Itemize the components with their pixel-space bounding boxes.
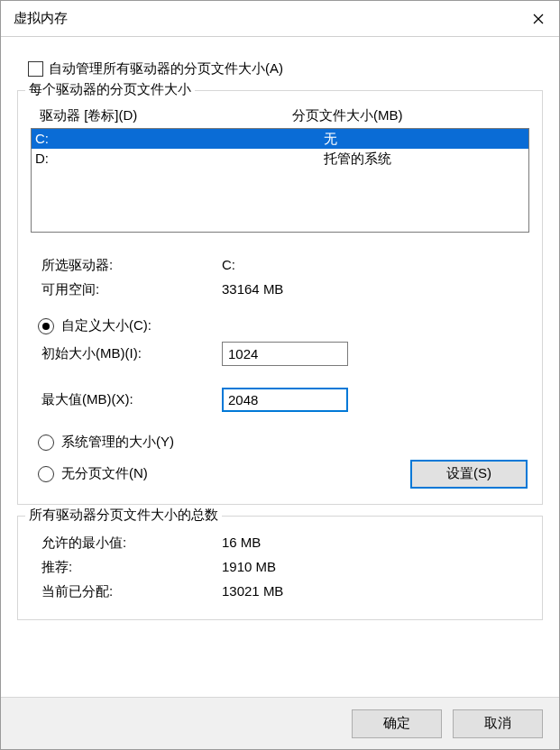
drive-cell: D: (35, 149, 324, 169)
drive-cell: C: (35, 129, 324, 149)
radio-system-managed[interactable]: 系统管理的大小(Y) (38, 434, 529, 451)
page-cell: 托管的系统 (324, 149, 528, 169)
rec-label: 推荐: (41, 556, 222, 578)
free-space-value: 33164 MB (222, 279, 283, 300)
min-label: 允许的最小值: (41, 532, 222, 553)
close-icon (533, 14, 544, 24)
drive-row[interactable]: C: 无 (32, 129, 528, 149)
cur-value: 13021 MB (222, 581, 283, 602)
radio-icon (38, 466, 54, 482)
per-drive-group: 每个驱动器的分页文件大小 驱动器 [卷标](D) 分页文件大小(MB) C: 无… (17, 90, 543, 505)
totals-group: 所有驱动器分页文件大小的总数 允许的最小值: 16 MB 推荐: 1910 MB… (17, 516, 543, 620)
virtual-memory-dialog: 虚拟内存 自动管理所有驱动器的分页文件大小(A) 每个驱动器的分页文件大小 驱动… (0, 0, 560, 750)
auto-manage-label: 自动管理所有驱动器的分页文件大小(A) (49, 60, 283, 78)
close-button[interactable] (518, 1, 559, 37)
per-drive-legend: 每个驱动器的分页文件大小 (25, 81, 195, 98)
set-button[interactable]: 设置(S) (410, 460, 528, 489)
radio-custom-size[interactable]: 自定义大小(C): (38, 317, 529, 334)
auto-manage-checkbox[interactable]: 自动管理所有驱动器的分页文件大小(A) (28, 60, 543, 78)
max-size-row: 最大值(MB)(X): (41, 388, 529, 412)
free-space-label: 可用空间: (41, 279, 222, 300)
initial-size-label: 初始大小(MB)(I): (41, 345, 222, 362)
max-size-label: 最大值(MB)(X): (41, 391, 222, 408)
drive-row[interactable]: D: 托管的系统 (32, 149, 528, 169)
max-size-input[interactable] (222, 388, 348, 412)
header-drive: 驱动器 [卷标](D) (40, 107, 292, 124)
rec-row: 推荐: 1910 MB (41, 556, 529, 578)
totals-legend: 所有驱动器分页文件大小的总数 (25, 507, 222, 524)
free-space-row: 可用空间: 33164 MB (41, 279, 529, 300)
rec-value: 1910 MB (222, 556, 276, 578)
selected-drive-label: 所选驱动器: (41, 254, 222, 276)
radio-icon (38, 434, 54, 451)
dialog-footer: 确定 取消 (1, 697, 559, 749)
selected-drive-row: 所选驱动器: C: (41, 254, 529, 276)
min-value: 16 MB (222, 532, 261, 553)
ok-button[interactable]: 确定 (352, 709, 442, 738)
cur-label: 当前已分配: (41, 581, 222, 602)
min-row: 允许的最小值: 16 MB (41, 532, 529, 553)
header-page: 分页文件大小(MB) (292, 107, 529, 124)
titlebar: 虚拟内存 (1, 1, 559, 37)
selected-drive-value: C: (222, 254, 235, 276)
cancel-button[interactable]: 取消 (453, 709, 543, 738)
checkbox-icon (28, 61, 43, 77)
radio-no-paging[interactable]: 无分页文件(N) (38, 465, 148, 482)
radio-icon (38, 318, 54, 334)
radio-custom-label: 自定义大小(C): (61, 317, 151, 334)
radio-none-label: 无分页文件(N) (61, 465, 148, 482)
window-title: 虚拟内存 (14, 10, 68, 27)
radio-system-label: 系统管理的大小(Y) (61, 434, 174, 451)
drive-list[interactable]: C: 无 D: 托管的系统 (31, 128, 529, 233)
initial-size-input[interactable] (222, 342, 348, 366)
page-cell: 无 (324, 129, 528, 149)
drive-list-header: 驱动器 [卷标](D) 分页文件大小(MB) (40, 107, 529, 124)
cur-row: 当前已分配: 13021 MB (41, 581, 529, 602)
initial-size-row: 初始大小(MB)(I): (41, 342, 529, 366)
